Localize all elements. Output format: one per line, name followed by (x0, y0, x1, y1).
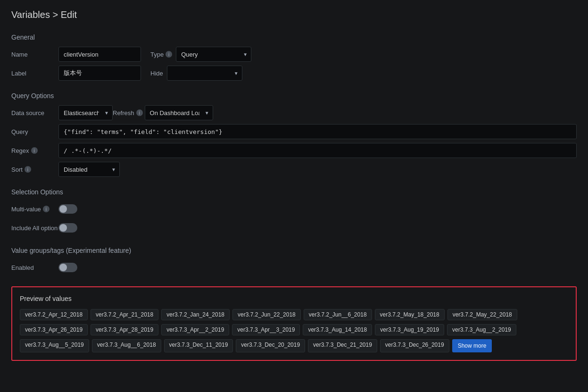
hide-label-group: Hide (150, 70, 163, 77)
name-input[interactable] (58, 47, 141, 62)
selection-options-title: Selection Options (11, 188, 577, 196)
sort-label-group: Sort i (11, 166, 58, 173)
refresh-label-text: Refresh i (113, 109, 143, 117)
list-item: ver3.7.3_Dec_20_2019 (236, 339, 305, 352)
include-all-label-text: Include All option (11, 225, 58, 232)
list-item: ver3.7.3_Apr__3_2019 (232, 324, 300, 335)
refresh-group: Refresh i Never On Dashboard Load On Tim… (113, 105, 213, 120)
label-hide-row: Label Hide Label Variable ▼ (11, 66, 577, 81)
list-item: ver3.7.3_Dec_11_2019 (164, 339, 233, 352)
list-item: ver3.7.3_Aug_19_2019 (375, 324, 444, 335)
preview-row-3: ver3.7.3_Aug__5_2019 ver3.7.3_Aug__6_201… (20, 339, 568, 352)
list-item: ver3.7.3_Apr__2_2019 (161, 324, 229, 335)
datasource-label: Data source (11, 109, 58, 117)
multivalue-row: Multi-value i (11, 201, 577, 217)
list-item: ver3.7.2_May_22_2018 (447, 309, 517, 320)
regex-row: Regex i (11, 143, 577, 158)
label-label: Label (11, 70, 58, 77)
list-item: ver3.7.2_Apr_21_2018 (91, 309, 158, 320)
list-item: ver3.7.2_Apr_12_2018 (20, 309, 88, 320)
sort-row: Sort i Disabled Alphabetical (asc) Alpha… (11, 162, 577, 177)
preview-box: Preview of values ver3.7.2_Apr_12_2018 v… (11, 286, 577, 361)
query-input[interactable] (58, 124, 577, 139)
datasource-refresh-row: Data source Elasticsearch_s ▼ Refresh i … (11, 105, 577, 120)
list-item: ver3.7.3_Aug__5_2019 (20, 339, 89, 352)
value-groups-title: Value groups/tags (Experimental feature) (11, 247, 577, 254)
selection-options-section: Selection Options Multi-value i Include … (11, 188, 577, 235)
type-select-wrapper: Query Custom Datasource Interval Ad hoc … (176, 47, 251, 62)
list-item: ver3.7.2_Jun_22_2018 (232, 309, 301, 320)
type-label-text: Type (150, 51, 164, 58)
list-item: ver3.7.3_Apr_26_2019 (20, 324, 88, 335)
preview-row-1: ver3.7.2_Apr_12_2018 ver3.7.2_Apr_21_201… (20, 309, 568, 320)
refresh-select-wrapper: Never On Dashboard Load On Time Range Ch… (145, 105, 213, 120)
multivalue-info-icon[interactable]: i (43, 206, 50, 212)
preview-title: Preview of values (20, 295, 568, 302)
list-item: ver3.7.3_Dec_21_2019 (308, 339, 377, 352)
refresh-select[interactable]: Never On Dashboard Load On Time Range Ch… (145, 105, 213, 120)
name-type-row: Name Type i Query Custom Datasource Inte… (11, 47, 577, 62)
preview-values: ver3.7.2_Apr_12_2018 ver3.7.2_Apr_21_201… (20, 309, 568, 352)
hide-select-wrapper: Label Variable ▼ (167, 66, 242, 81)
include-all-row: Include All option (11, 220, 577, 235)
list-item: ver3.7.3_Aug__6_2018 (92, 339, 161, 352)
multivalue-label-group: Multi-value i (11, 206, 58, 213)
query-options-section: Query Options Data source Elasticsearch_… (11, 92, 577, 177)
page-title: Variables > Edit (11, 9, 577, 20)
regex-input[interactable] (58, 143, 577, 158)
include-all-toggle[interactable] (58, 223, 77, 233)
value-groups-section: Value groups/tags (Experimental feature)… (11, 247, 577, 275)
include-all-label-group: Include All option (11, 225, 58, 232)
list-item: ver3.7.3_Apr_28_2019 (91, 324, 158, 335)
list-item: ver3.7.3_Aug__2_2019 (447, 324, 516, 335)
list-item: ver3.7.3_Aug_14_2018 (303, 324, 372, 335)
multivalue-label-text: Multi-value (11, 206, 41, 213)
enabled-label: Enabled (11, 264, 58, 271)
hide-select[interactable]: Label Variable (167, 66, 242, 81)
list-item: ver3.7.2_Jun__6_2018 (304, 309, 372, 320)
regex-label-text: Regex (11, 147, 29, 154)
general-section-title: General (11, 33, 577, 41)
enabled-row: Enabled (11, 260, 577, 275)
preview-row-2: ver3.7.3_Apr_26_2019 ver3.7.3_Apr_28_201… (20, 324, 568, 335)
regex-info-icon[interactable]: i (31, 147, 38, 154)
show-more-button[interactable]: Show more (452, 339, 492, 352)
sort-select-wrapper: Disabled Alphabetical (asc) Alphabetical… (58, 162, 120, 177)
query-options-title: Query Options (11, 92, 577, 100)
refresh-info-icon[interactable]: i (136, 109, 143, 116)
label-input[interactable] (58, 66, 141, 81)
datasource-select[interactable]: Elasticsearch_s (58, 105, 113, 120)
sort-select[interactable]: Disabled Alphabetical (asc) Alphabetical… (58, 162, 120, 177)
type-label-group: Type i (150, 51, 172, 58)
list-item: ver3.7.2_Jan_24_2018 (161, 309, 230, 320)
general-section: General Name Type i Query Custom Datasou… (11, 33, 577, 81)
list-item: ver3.7.2_May_18_2018 (375, 309, 445, 320)
query-row: Query (11, 124, 577, 139)
name-label: Name (11, 51, 58, 58)
enabled-toggle[interactable] (58, 263, 77, 272)
datasource-select-wrapper: Elasticsearch_s ▼ (58, 105, 113, 120)
list-item: ver3.7.3_Dec_26_2019 (380, 339, 449, 352)
multivalue-toggle[interactable] (58, 204, 77, 214)
type-select[interactable]: Query Custom Datasource Interval Ad hoc … (176, 47, 251, 62)
hide-label-text: Hide (150, 70, 163, 77)
regex-label-group: Regex i (11, 147, 58, 154)
type-info-icon[interactable]: i (166, 51, 172, 58)
sort-label-text: Sort (11, 166, 23, 173)
query-label: Query (11, 128, 58, 135)
sort-info-icon[interactable]: i (25, 166, 31, 173)
